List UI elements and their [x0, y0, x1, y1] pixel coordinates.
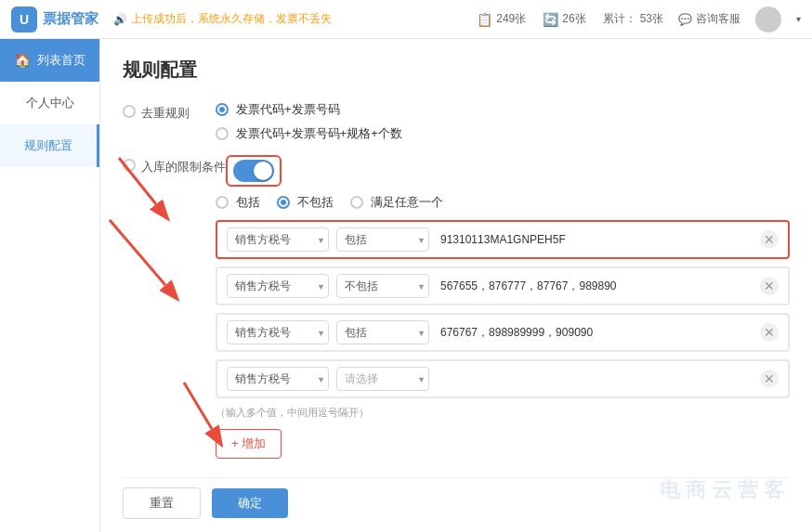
toggle-wrapper[interactable] — [226, 155, 282, 187]
invoice-icon: 📋 — [477, 12, 492, 27]
not-include-radio[interactable] — [277, 196, 290, 209]
limit-toggle[interactable] — [233, 160, 274, 182]
notice-icon: 🔊 — [113, 13, 127, 26]
include-radio[interactable] — [216, 196, 229, 209]
dropdown-icon[interactable]: ▾ — [796, 14, 801, 24]
main-layout: 🏠 列表首页 个人中心 规则配置 规则配置 去重规则 — [0, 39, 812, 532]
value-input-4[interactable] — [437, 368, 753, 390]
limit-label: 入库的限制条件 — [141, 159, 226, 175]
stat3-label: 累计： — [603, 11, 636, 27]
dedup-label: 去重规则 — [141, 105, 190, 122]
operator-select-wrapper-1: 包括 不包括 ▾ — [336, 227, 429, 252]
sidebar-item-home[interactable]: 🏠 列表首页 — [0, 39, 99, 82]
stat1-value: 249张 — [496, 11, 526, 27]
dedup-option2-row[interactable]: 发票代码+发票号码+规格+个数 — [216, 125, 402, 142]
value-cell-4 — [437, 368, 753, 390]
sidebar-item-rules[interactable]: 规则配置 — [0, 124, 99, 167]
stat-pending: 🔄 26张 — [543, 11, 585, 27]
operator-select-wrapper-3: 包括 不包括 ▾ — [336, 320, 429, 344]
dedup-option1-row[interactable]: 发票代码+发票号码 — [216, 101, 402, 118]
limit-radio-dot[interactable] — [123, 159, 136, 172]
not-include-option[interactable]: 不包括 — [277, 194, 334, 211]
condition-row-3: 销售方税号 ▾ 包括 不包括 ▾ ✕ — [216, 313, 790, 352]
notice-text: 上传成功后，系统永久存储，发票不丢失 — [131, 11, 332, 27]
include-exclude-row: 包括 不包括 满足任意一个 — [216, 194, 790, 211]
condition-rows: 销售方税号 ▾ 包括 不包括 ▾ ✕ — [216, 220, 790, 398]
hint-text: （输入多个值，中间用逗号隔开） — [216, 406, 790, 420]
pending-icon: 🔄 — [543, 12, 558, 27]
value-input-2[interactable] — [437, 275, 753, 297]
include-label: 包括 — [236, 194, 260, 211]
dedup-option2-text: 发票代码+发票号码+规格+个数 — [236, 125, 402, 142]
toggle-knob — [254, 162, 272, 180]
sidebar-profile-label: 个人中心 — [26, 96, 74, 110]
service-label: 咨询客服 — [696, 11, 740, 27]
page-title: 规则配置 — [123, 58, 790, 83]
stat2-value: 26张 — [562, 11, 585, 27]
include-option[interactable]: 包括 — [216, 194, 260, 211]
value-input-1[interactable] — [437, 228, 753, 251]
field-select-4[interactable]: 销售方税号 — [227, 367, 329, 391]
operator-select-2[interactable]: 不包括 包括 — [336, 274, 429, 298]
bottom-buttons: 重置 确定 — [123, 477, 790, 519]
arrow-to-condition — [100, 211, 203, 304]
any-option[interactable]: 满足任意一个 — [350, 194, 443, 211]
dedup-label-col: 去重规则 — [123, 101, 216, 122]
remove-btn-4[interactable]: ✕ — [760, 370, 779, 388]
reset-button[interactable]: 重置 — [123, 487, 201, 519]
not-include-label: 不包括 — [297, 194, 334, 211]
topbar-notice: 🔊 上传成功后，系统永久存储，发票不丢失 — [113, 11, 332, 27]
dedup-radio1[interactable] — [216, 103, 229, 116]
customer-service[interactable]: 💬 咨询客服 — [678, 11, 740, 27]
dedup-radio-dot[interactable] — [123, 105, 136, 118]
stat-invoices: 📋 249张 — [477, 11, 526, 27]
operator-select-3[interactable]: 包括 不包括 — [336, 320, 429, 344]
operator-select-1[interactable]: 包括 不包括 — [336, 227, 429, 252]
logo-icon: U — [11, 6, 37, 32]
dedup-radio2[interactable] — [216, 127, 229, 140]
topbar: U 票据管家 🔊 上传成功后，系统永久存储，发票不丢失 📋 249张 🔄 26张… — [0, 0, 812, 39]
confirm-button[interactable]: 确定 — [212, 488, 288, 518]
home-icon: 🏠 — [14, 52, 32, 69]
condition-row-2: 销售方税号 ▾ 不包括 包括 ▾ ✕ — [216, 266, 790, 305]
sidebar: 🏠 列表首页 个人中心 规则配置 — [0, 39, 100, 532]
limit-section: 入库的限制条件 — [123, 155, 790, 187]
value-cell-3 — [437, 321, 753, 344]
stat3-value: 53张 — [640, 11, 663, 27]
value-cell-2 — [437, 275, 753, 297]
topbar-stats: 📋 249张 🔄 26张 累计： 53张 — [477, 11, 663, 27]
remove-btn-2[interactable]: ✕ — [760, 277, 779, 295]
field-select-wrapper-1: 销售方税号 ▾ — [227, 227, 329, 252]
operator-select-4[interactable]: 请选择 包括 不包括 — [336, 367, 429, 391]
operator-select-wrapper-2: 不包括 包括 ▾ — [336, 274, 429, 298]
user-avatar[interactable] — [755, 6, 781, 32]
condition-row-4: 销售方税号 ▾ 请选择 包括 不包括 ▾ — [216, 359, 790, 398]
sidebar-item-profile[interactable]: 个人中心 — [0, 82, 99, 124]
logo-text: 票据管家 — [43, 10, 98, 28]
stat-total: 累计： 53张 — [603, 11, 663, 27]
content-area: 规则配置 去重规则 发票代码+发票号码 发票代码+发票号码+规格+个数 — [100, 39, 812, 532]
sidebar-rules-label: 规则配置 — [24, 138, 72, 152]
value-input-3[interactable] — [437, 321, 753, 344]
dedup-options: 发票代码+发票号码 发票代码+发票号码+规格+个数 — [216, 101, 402, 142]
service-icon: 💬 — [678, 13, 692, 26]
field-select-2[interactable]: 销售方税号 — [227, 274, 329, 298]
condition-row-1: 销售方税号 ▾ 包括 不包括 ▾ ✕ — [216, 220, 790, 259]
field-select-1[interactable]: 销售方税号 — [227, 227, 329, 252]
operator-select-wrapper-4: 请选择 包括 不包括 ▾ — [336, 367, 429, 391]
remove-btn-3[interactable]: ✕ — [760, 323, 779, 342]
add-button[interactable]: + 增加 — [216, 429, 282, 459]
field-select-3[interactable]: 销售方税号 — [227, 320, 329, 344]
dedup-option1-text: 发票代码+发票号码 — [236, 101, 340, 118]
any-radio[interactable] — [350, 196, 363, 209]
dedup-section: 去重规则 发票代码+发票号码 发票代码+发票号码+规格+个数 — [123, 101, 790, 142]
field-select-wrapper-2: 销售方税号 ▾ — [227, 274, 329, 298]
remove-btn-1[interactable]: ✕ — [760, 230, 779, 249]
limit-label-col: 入库的限制条件 — [123, 155, 226, 175]
any-label: 满足任意一个 — [371, 194, 443, 211]
field-select-wrapper-3: 销售方税号 ▾ — [227, 320, 329, 344]
sidebar-home-label: 列表首页 — [37, 52, 85, 69]
field-select-wrapper-4: 销售方税号 ▾ — [227, 367, 329, 391]
value-cell-1 — [437, 228, 753, 251]
add-btn-row: + 增加 — [216, 429, 790, 459]
